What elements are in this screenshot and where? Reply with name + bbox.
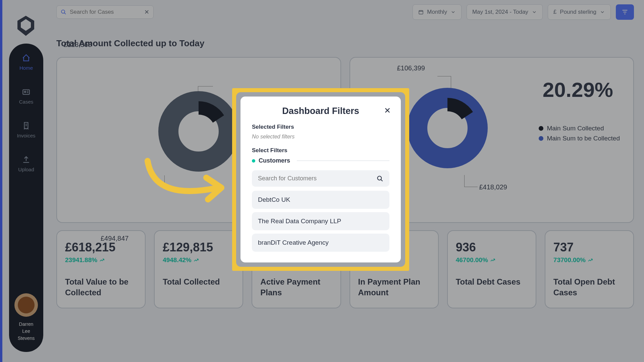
close-button[interactable]: ✕: [384, 106, 391, 115]
modal-search-input[interactable]: [258, 175, 377, 182]
select-filters-header: Select Filters: [252, 147, 389, 154]
modal-title: Dashboard Filters: [252, 106, 389, 116]
selected-filters-header: Selected Filters: [252, 124, 389, 130]
filter-option[interactable]: DebtCo UK: [252, 191, 389, 209]
no-filters-text: No selected filters: [252, 134, 389, 140]
search-icon: [377, 175, 383, 182]
filter-option[interactable]: branDiT Creative Agency: [252, 234, 389, 252]
modal-highlight: Dashboard Filters ✕ Selected Filters No …: [232, 88, 409, 271]
filter-option[interactable]: The Real Data Company LLP: [252, 212, 389, 230]
filters-modal: Dashboard Filters ✕ Selected Filters No …: [240, 97, 401, 262]
filter-dot: [252, 159, 255, 163]
svg-point-8: [378, 176, 382, 180]
filter-type-label: Customers: [259, 157, 290, 164]
modal-search-box[interactable]: [252, 170, 389, 187]
